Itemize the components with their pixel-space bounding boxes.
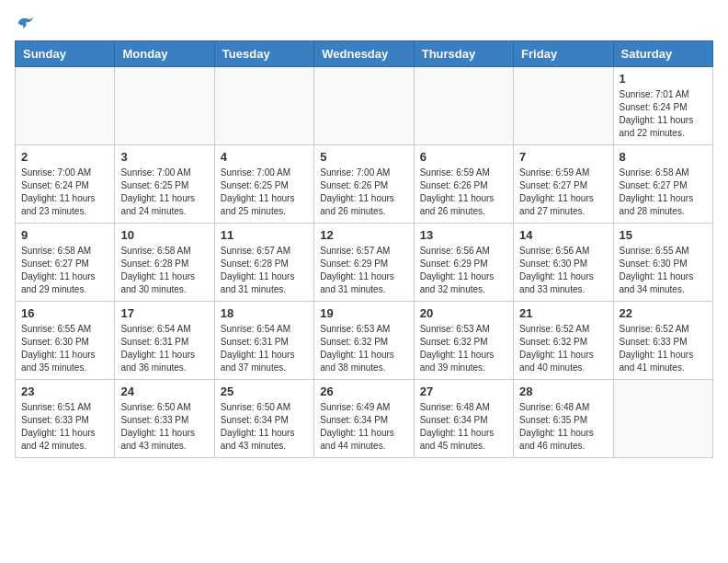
calendar-cell: 7Sunrise: 6:59 AM Sunset: 6:27 PM Daylig…: [514, 145, 613, 224]
day-number: 24: [120, 385, 208, 398]
week-row-4: 16Sunrise: 6:55 AM Sunset: 6:30 PM Dayli…: [16, 302, 713, 380]
calendar-cell: 11Sunrise: 6:57 AM Sunset: 6:28 PM Dayli…: [214, 224, 313, 302]
day-number: 20: [420, 306, 507, 320]
weekday-header-sunday: Sunday: [16, 41, 115, 67]
day-info: Sunrise: 6:58 AM Sunset: 6:27 PM Dayligh…: [21, 245, 108, 296]
day-info: Sunrise: 7:01 AM Sunset: 6:24 PM Dayligh…: [620, 88, 707, 140]
calendar-cell: 3Sunrise: 7:00 AM Sunset: 6:25 PM Daylig…: [115, 145, 214, 224]
day-info: Sunrise: 6:48 AM Sunset: 6:35 PM Dayligh…: [519, 401, 607, 453]
day-info: Sunrise: 6:53 AM Sunset: 6:32 PM Dayligh…: [320, 323, 407, 374]
calendar-cell: 27Sunrise: 6:48 AM Sunset: 6:34 PM Dayli…: [414, 380, 513, 458]
calendar-cell: 6Sunrise: 6:59 AM Sunset: 6:26 PM Daylig…: [414, 145, 513, 224]
week-row-2: 2Sunrise: 7:00 AM Sunset: 6:24 PM Daylig…: [16, 145, 713, 224]
day-info: Sunrise: 6:59 AM Sunset: 6:27 PM Dayligh…: [519, 167, 607, 218]
day-info: Sunrise: 7:00 AM Sunset: 6:25 PM Dayligh…: [221, 167, 308, 218]
logo-bird-icon: [17, 15, 35, 31]
day-number: 22: [620, 306, 707, 320]
day-number: 15: [620, 228, 707, 242]
day-number: 9: [21, 228, 108, 242]
week-row-3: 9Sunrise: 6:58 AM Sunset: 6:27 PM Daylig…: [16, 224, 713, 302]
day-number: 2: [21, 150, 108, 164]
day-info: Sunrise: 6:50 AM Sunset: 6:34 PM Dayligh…: [221, 401, 308, 453]
calendar-cell: [414, 67, 513, 145]
calendar-table: SundayMondayTuesdayWednesdayThursdayFrid…: [15, 40, 713, 458]
day-number: 6: [420, 150, 507, 164]
day-number: 7: [519, 150, 607, 164]
calendar-cell: 26Sunrise: 6:49 AM Sunset: 6:34 PM Dayli…: [314, 380, 414, 458]
week-row-1: 1Sunrise: 7:01 AM Sunset: 6:24 PM Daylig…: [16, 67, 713, 145]
weekday-header-friday: Friday: [514, 41, 613, 67]
day-info: Sunrise: 6:57 AM Sunset: 6:29 PM Dayligh…: [320, 245, 407, 296]
day-info: Sunrise: 6:50 AM Sunset: 6:33 PM Dayligh…: [120, 401, 208, 453]
day-info: Sunrise: 6:58 AM Sunset: 6:27 PM Dayligh…: [620, 167, 707, 218]
calendar-cell: 15Sunrise: 6:55 AM Sunset: 6:30 PM Dayli…: [613, 224, 712, 302]
calendar-cell: 1Sunrise: 7:01 AM Sunset: 6:24 PM Daylig…: [613, 67, 712, 145]
calendar-cell: 10Sunrise: 6:58 AM Sunset: 6:28 PM Dayli…: [115, 224, 214, 302]
day-info: Sunrise: 6:48 AM Sunset: 6:34 PM Dayligh…: [420, 401, 507, 453]
day-info: Sunrise: 7:00 AM Sunset: 6:26 PM Dayligh…: [320, 167, 407, 218]
day-info: Sunrise: 6:52 AM Sunset: 6:32 PM Dayligh…: [519, 323, 607, 374]
day-number: 1: [620, 72, 707, 86]
day-info: Sunrise: 6:55 AM Sunset: 6:30 PM Dayligh…: [620, 245, 707, 296]
calendar-cell: 24Sunrise: 6:50 AM Sunset: 6:33 PM Dayli…: [115, 380, 214, 458]
calendar-cell: 13Sunrise: 6:56 AM Sunset: 6:29 PM Dayli…: [414, 224, 513, 302]
calendar-cell: 17Sunrise: 6:54 AM Sunset: 6:31 PM Dayli…: [115, 302, 214, 380]
day-number: 26: [320, 385, 407, 398]
calendar-cell: 28Sunrise: 6:48 AM Sunset: 6:35 PM Dayli…: [514, 380, 613, 458]
calendar-cell: 4Sunrise: 7:00 AM Sunset: 6:25 PM Daylig…: [214, 145, 313, 224]
day-number: 12: [320, 228, 407, 242]
day-info: Sunrise: 6:57 AM Sunset: 6:28 PM Dayligh…: [221, 245, 308, 296]
day-number: 8: [620, 150, 707, 164]
calendar-cell: 21Sunrise: 6:52 AM Sunset: 6:32 PM Dayli…: [514, 302, 613, 380]
day-number: 10: [120, 228, 208, 242]
day-info: Sunrise: 6:53 AM Sunset: 6:32 PM Dayligh…: [420, 323, 507, 374]
day-info: Sunrise: 6:49 AM Sunset: 6:34 PM Dayligh…: [320, 401, 407, 453]
week-row-5: 23Sunrise: 6:51 AM Sunset: 6:33 PM Dayli…: [16, 380, 713, 458]
day-info: Sunrise: 6:54 AM Sunset: 6:31 PM Dayligh…: [120, 323, 208, 374]
day-number: 25: [221, 385, 308, 398]
day-number: 17: [120, 306, 208, 320]
day-number: 19: [320, 306, 407, 320]
weekday-header-wednesday: Wednesday: [314, 41, 414, 67]
day-number: 16: [21, 306, 108, 320]
calendar-cell: 12Sunrise: 6:57 AM Sunset: 6:29 PM Dayli…: [314, 224, 414, 302]
day-number: 28: [519, 385, 607, 398]
day-number: 27: [420, 385, 507, 398]
calendar-cell: 19Sunrise: 6:53 AM Sunset: 6:32 PM Dayli…: [314, 302, 414, 380]
day-number: 5: [320, 150, 407, 164]
day-info: Sunrise: 6:56 AM Sunset: 6:29 PM Dayligh…: [420, 245, 507, 296]
calendar-cell: 18Sunrise: 6:54 AM Sunset: 6:31 PM Dayli…: [214, 302, 313, 380]
day-info: Sunrise: 6:54 AM Sunset: 6:31 PM Dayligh…: [221, 323, 308, 374]
weekday-header-tuesday: Tuesday: [214, 41, 313, 67]
day-number: 3: [120, 150, 208, 164]
calendar-cell: [115, 67, 214, 145]
calendar-cell: 22Sunrise: 6:52 AM Sunset: 6:33 PM Dayli…: [613, 302, 712, 380]
calendar-cell: 9Sunrise: 6:58 AM Sunset: 6:27 PM Daylig…: [16, 224, 115, 302]
day-number: 14: [519, 228, 607, 242]
day-info: Sunrise: 6:55 AM Sunset: 6:30 PM Dayligh…: [21, 323, 108, 374]
calendar-cell: 25Sunrise: 6:50 AM Sunset: 6:34 PM Dayli…: [214, 380, 313, 458]
calendar-cell: 2Sunrise: 7:00 AM Sunset: 6:24 PM Daylig…: [16, 145, 115, 224]
calendar-cell: [613, 380, 712, 458]
calendar-cell: 20Sunrise: 6:53 AM Sunset: 6:32 PM Dayli…: [414, 302, 513, 380]
day-number: 11: [221, 228, 308, 242]
day-info: Sunrise: 6:51 AM Sunset: 6:33 PM Dayligh…: [21, 401, 108, 453]
calendar-cell: 8Sunrise: 6:58 AM Sunset: 6:27 PM Daylig…: [613, 145, 712, 224]
weekday-header-saturday: Saturday: [613, 41, 712, 67]
day-info: Sunrise: 6:56 AM Sunset: 6:30 PM Dayligh…: [519, 245, 607, 296]
calendar-cell: 16Sunrise: 6:55 AM Sunset: 6:30 PM Dayli…: [16, 302, 115, 380]
calendar-cell: [314, 67, 414, 145]
calendar-cell: [16, 67, 115, 145]
logo: [15, 15, 35, 31]
calendar-cell: [514, 67, 613, 145]
weekday-header-thursday: Thursday: [414, 41, 513, 67]
day-number: 18: [221, 306, 308, 320]
day-info: Sunrise: 7:00 AM Sunset: 6:24 PM Dayligh…: [21, 167, 108, 218]
calendar-header-row: SundayMondayTuesdayWednesdayThursdayFrid…: [16, 41, 713, 67]
calendar-cell: 14Sunrise: 6:56 AM Sunset: 6:30 PM Dayli…: [514, 224, 613, 302]
day-info: Sunrise: 6:58 AM Sunset: 6:28 PM Dayligh…: [120, 245, 208, 296]
day-number: 23: [21, 385, 108, 398]
day-number: 21: [519, 306, 607, 320]
calendar-cell: 23Sunrise: 6:51 AM Sunset: 6:33 PM Dayli…: [16, 380, 115, 458]
page-header: [15, 15, 713, 31]
